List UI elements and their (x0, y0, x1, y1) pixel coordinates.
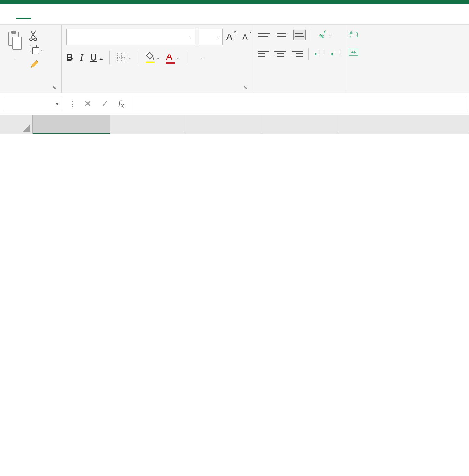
formula-bar: ▾ ⋮ ✕ ✓ fx (0, 93, 469, 115)
chevron-down-icon: ⌵ (217, 34, 219, 40)
decrease-indent-button[interactable] (314, 50, 324, 58)
column-header-B[interactable] (110, 115, 186, 134)
ribbon: ⌵ ⌵ ⬊ (0, 25, 469, 93)
column-header-C[interactable] (186, 115, 262, 134)
svg-rect-10 (146, 61, 155, 63)
fill-color-button[interactable]: ⌵ (145, 52, 159, 63)
group-alignment: ab ⌵ (253, 25, 345, 93)
tab-excel-self[interactable] (122, 10, 137, 19)
title-bar (0, 0, 469, 4)
svg-text:c: c (349, 35, 351, 38)
tab-data[interactable] (77, 10, 92, 19)
column-header-A[interactable] (33, 115, 110, 134)
merge-button[interactable] (349, 49, 383, 56)
separator (138, 51, 138, 64)
italic-button[interactable]: I (80, 52, 83, 63)
formula-input[interactable] (134, 96, 466, 112)
svg-text:b: b (322, 34, 324, 39)
format-painter-button[interactable] (29, 58, 44, 69)
cancel-button[interactable]: ✕ (79, 98, 96, 109)
enter-button[interactable]: ✓ (96, 98, 113, 109)
column-header-D[interactable] (262, 115, 338, 134)
align-left-button[interactable] (258, 49, 269, 59)
group-clipboard: ⌵ ⌵ ⬊ (0, 25, 62, 93)
separator (186, 51, 186, 64)
ribbon-tabs (0, 4, 469, 25)
bold-button[interactable]: B (66, 52, 73, 63)
wrap-text-button[interactable]: abc (349, 30, 383, 38)
tab-insert[interactable] (31, 10, 46, 19)
font-launcher-icon[interactable]: ⬊ (243, 84, 248, 91)
separator (311, 29, 311, 41)
paste-dropdown-icon[interactable]: ⌵ (14, 55, 16, 61)
select-all-corner[interactable] (0, 115, 33, 134)
font-color-button[interactable]: A ⌵ (166, 52, 179, 64)
column-header-E[interactable] (338, 115, 468, 134)
group-font: ⌵ ⌵ A^ Aˇ B I U⌵ ⌵ (62, 25, 253, 93)
paste-icon[interactable] (5, 29, 25, 53)
clipboard-launcher-icon[interactable]: ⬊ (52, 84, 56, 91)
grow-font-button[interactable]: A^ (226, 31, 233, 43)
tab-file[interactable] (1, 10, 16, 19)
svg-rect-1 (11, 31, 16, 34)
tab-home[interactable] (16, 10, 31, 19)
tab-page-layout[interactable] (46, 10, 62, 19)
copy-button[interactable]: ⌵ (29, 44, 44, 55)
borders-button[interactable]: ⌵ (117, 52, 131, 63)
drag-handle-icon[interactable]: ⋮ (66, 100, 79, 108)
separator (109, 51, 110, 64)
chevron-down-icon: ▾ (56, 101, 58, 107)
align-middle-button[interactable] (276, 30, 288, 40)
font-size-select[interactable]: ⌵ (199, 29, 223, 45)
align-top-button[interactable] (258, 30, 270, 40)
tab-formulas[interactable] (62, 10, 77, 19)
orientation-button[interactable]: ab ⌵ (317, 30, 331, 40)
chevron-down-icon: ⌵ (189, 34, 191, 40)
svg-rect-6 (33, 47, 39, 54)
tab-review[interactable] (92, 10, 107, 19)
group-wrap: abc (345, 25, 386, 93)
align-center-button[interactable] (274, 49, 286, 59)
fx-button[interactable]: fx (113, 98, 129, 110)
separator (308, 48, 309, 60)
underline-button[interactable]: U⌵ (90, 52, 103, 63)
tab-view[interactable] (107, 10, 122, 19)
chevron-down-icon[interactable]: ⌵ (200, 55, 203, 60)
cut-button[interactable] (29, 30, 44, 41)
chevron-down-icon: ⌵ (41, 47, 44, 52)
svg-rect-2 (13, 37, 22, 49)
align-right-button[interactable] (292, 49, 303, 59)
increase-indent-button[interactable] (330, 50, 340, 58)
shrink-font-button[interactable]: Aˇ (242, 32, 248, 44)
name-box[interactable]: ▾ (3, 96, 63, 112)
spreadsheet-grid[interactable] (0, 115, 469, 134)
align-bottom-button[interactable] (293, 30, 306, 40)
font-name-select[interactable]: ⌵ (66, 29, 195, 45)
